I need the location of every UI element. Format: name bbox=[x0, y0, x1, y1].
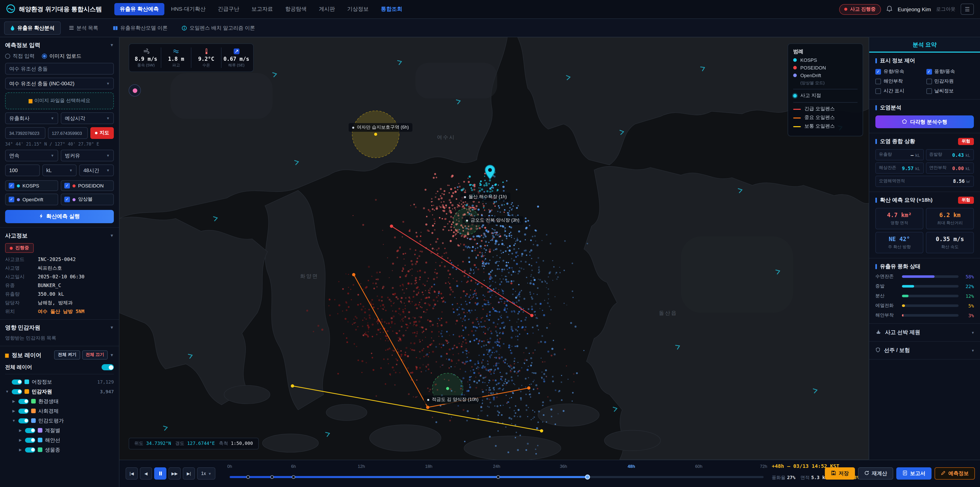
release-mode-select[interactable]: 연속▼ bbox=[5, 150, 58, 161]
layer-tree-row[interactable]: 어장정보17,129 bbox=[5, 377, 114, 386]
skip-end-button[interactable]: ▶| bbox=[183, 467, 195, 480]
pause-button[interactable] bbox=[154, 467, 166, 480]
layer-tree-row[interactable]: ▶사회경제 bbox=[5, 406, 114, 416]
master-layer-toggle[interactable] bbox=[102, 364, 114, 370]
map-tool-button[interactable] bbox=[129, 84, 141, 97]
predict-section-header[interactable]: 예측정보 입력 ▼ bbox=[5, 42, 114, 49]
model-toggle-grid: ✓KOSPS✓POSEIDON✓OpenDrift✓앙상블 bbox=[5, 180, 114, 205]
tree-expand-icon[interactable]: ▶ bbox=[12, 399, 16, 403]
image-upload-dropzone[interactable]: ▆이미지 파일을 선택하세요 bbox=[5, 93, 114, 109]
timeline-track[interactable] bbox=[230, 476, 764, 478]
run-prediction-button[interactable]: 확산예측 실행 bbox=[5, 210, 114, 223]
nav-item[interactable]: 기상정보 bbox=[342, 3, 374, 15]
hamburger-menu-icon[interactable]: ☰ bbox=[961, 3, 974, 15]
skip-start-button[interactable]: |◀ bbox=[126, 467, 138, 480]
nav-item[interactable]: HNS·대기확산 bbox=[165, 3, 211, 15]
tab-item[interactable]: 오일펜스 배치 알고리즘 이론 bbox=[176, 21, 261, 35]
model-toggle[interactable]: ✓POSEIDON bbox=[61, 180, 114, 191]
predict-section-title: 예측정보 입력 bbox=[5, 42, 40, 49]
layer-toggle[interactable] bbox=[25, 428, 35, 433]
weathering-percent: 22% bbox=[962, 284, 974, 289]
layer-toggle[interactable] bbox=[18, 408, 29, 414]
nav-item[interactable]: 유출유 확산예측 bbox=[114, 3, 164, 15]
incident-field-value: 남해청, 방제과 bbox=[38, 300, 114, 307]
collapsible-panel-header[interactable]: 사고 선박 제원▾ bbox=[869, 324, 980, 342]
model-toggle[interactable]: ✓앙상블 bbox=[61, 193, 114, 205]
model-toggle[interactable]: ✓KOSPS bbox=[5, 180, 58, 191]
nav-item[interactable]: 긴급구난 bbox=[212, 3, 245, 15]
layer-tree-row[interactable]: ▼민감도평가 bbox=[5, 416, 114, 425]
nav-item[interactable]: 게시판 bbox=[313, 3, 341, 15]
layer-toggle[interactable] bbox=[25, 438, 35, 442]
amount-input[interactable] bbox=[5, 164, 40, 176]
tree-expand-icon[interactable]: ▼ bbox=[12, 419, 16, 422]
tree-expand-icon[interactable]: ▶ bbox=[18, 438, 22, 442]
map-pick-button[interactable]: 지도 bbox=[90, 127, 114, 139]
display-option-checkbox[interactable]: ✓풍향/풍속 bbox=[926, 69, 974, 75]
edit-button[interactable]: 예측정보 bbox=[935, 467, 975, 480]
fast-forward-button[interactable]: ▶▶ bbox=[169, 467, 181, 480]
spill-company-select[interactable]: 유출회사▼ bbox=[5, 112, 58, 124]
oil-type-select[interactable]: 벙커유▼ bbox=[61, 150, 114, 161]
input-mode-radio[interactable]: 이미지 업로드 bbox=[42, 53, 82, 60]
report-button[interactable]: 보고서 bbox=[896, 467, 932, 480]
tab-item[interactable]: 유출유확산모델 이론 bbox=[107, 21, 174, 35]
tree-expand-icon[interactable]: ▶ bbox=[18, 428, 22, 432]
layer-tree-row[interactable]: ▶해안선 bbox=[5, 435, 114, 445]
display-option-checkbox[interactable]: 시간 표시 bbox=[875, 88, 923, 94]
chevron-down-icon: ▾ bbox=[972, 348, 974, 353]
display-option-checkbox[interactable]: 날씨정보 bbox=[926, 88, 974, 94]
tree-expand-icon[interactable]: ▼ bbox=[5, 390, 9, 393]
layer-count: 3,947 bbox=[100, 389, 114, 394]
all-layers-on-button[interactable]: 전체 켜기 bbox=[54, 350, 80, 359]
bell-icon[interactable] bbox=[886, 5, 892, 13]
layer-tree-row[interactable]: ▶계절별 bbox=[5, 425, 114, 435]
incident-section-header[interactable]: 사고정보 ▼ bbox=[5, 232, 114, 240]
tab-analysis-summary[interactable]: 분석 요약 bbox=[869, 37, 980, 53]
timeline-event-marker[interactable] bbox=[496, 475, 500, 479]
latitude-input[interactable] bbox=[5, 127, 45, 139]
longitude-input[interactable] bbox=[48, 127, 88, 139]
model-toggle[interactable]: ✓OpenDrift bbox=[5, 193, 58, 205]
duration-select[interactable]: 48시간▼ bbox=[80, 164, 114, 176]
timeline-event-marker[interactable] bbox=[270, 475, 274, 479]
tab-item[interactable]: 분석 목록 bbox=[63, 21, 105, 35]
polygon-analysis-button[interactable]: 다각형 분석수행 bbox=[875, 115, 974, 128]
sensitive-section-header[interactable]: 영향 민감자원 ▼ bbox=[5, 324, 114, 332]
layer-toggle[interactable] bbox=[18, 418, 29, 423]
save-button[interactable]: 저장 bbox=[825, 467, 855, 480]
tab-item[interactable]: 유출유 확산분석 bbox=[4, 21, 61, 35]
input-mode-radio[interactable]: 직접 입력 bbox=[5, 53, 35, 60]
playback-speed-select[interactable]: 1x▼ bbox=[197, 467, 216, 480]
layer-toggle[interactable] bbox=[25, 447, 35, 452]
unit-select[interactable]: kL▼ bbox=[42, 164, 76, 176]
display-option-checkbox[interactable]: ✓유향/유속 bbox=[875, 69, 923, 75]
collapsible-panel-header[interactable]: 선주 / 보험▾ bbox=[869, 342, 980, 359]
display-option-checkbox[interactable]: 민감자원 bbox=[926, 78, 974, 85]
layer-tree-row[interactable]: ▶생물종 bbox=[5, 445, 114, 455]
layer-toggle[interactable] bbox=[18, 399, 29, 404]
refresh-button[interactable]: 재계산 bbox=[858, 467, 893, 480]
timeline-event-marker[interactable] bbox=[246, 475, 250, 479]
layer-tree-row[interactable]: ▶환경생태 bbox=[5, 396, 114, 406]
nav-item[interactable]: 보고자료 bbox=[246, 3, 279, 15]
incident-name-input[interactable] bbox=[5, 63, 114, 75]
layer-tree-row[interactable]: ▼민감자원3,947 bbox=[5, 386, 114, 396]
step-back-button[interactable]: ◀ bbox=[140, 467, 152, 480]
timeline-handle[interactable] bbox=[585, 474, 590, 479]
all-layers-off-button[interactable]: 전체 끄기 bbox=[82, 350, 108, 359]
nav-item[interactable]: 항공탐색 bbox=[280, 3, 312, 15]
incident-select[interactable]: 여수 유조선 충돌 (INC-0042)▼ bbox=[5, 78, 114, 89]
nav-item[interactable]: 통합조회 bbox=[375, 3, 408, 15]
timeline-event-marker[interactable] bbox=[292, 475, 295, 479]
topnav-right: 사고 진행중 Eunjeong Kim 로그아웃 ☰ bbox=[839, 3, 974, 15]
tree-expand-icon[interactable]: ▶ bbox=[12, 409, 16, 413]
map-canvas-area[interactable]: 여수시화양면돌산읍 여자만 습지보호구역 (6h)돌산 해수욕장 (1h)금오도… bbox=[119, 37, 869, 460]
expected-time-select[interactable]: 예상시각▼ bbox=[61, 112, 114, 124]
logout-link[interactable]: 로그아웃 bbox=[936, 6, 956, 13]
display-option-checkbox[interactable]: 해안부착 bbox=[875, 78, 923, 85]
tree-expand-icon[interactable]: ▶ bbox=[18, 448, 22, 452]
layer-toggle[interactable] bbox=[12, 389, 22, 394]
accident-location-pin[interactable] bbox=[484, 164, 496, 181]
layer-toggle[interactable] bbox=[12, 379, 22, 384]
